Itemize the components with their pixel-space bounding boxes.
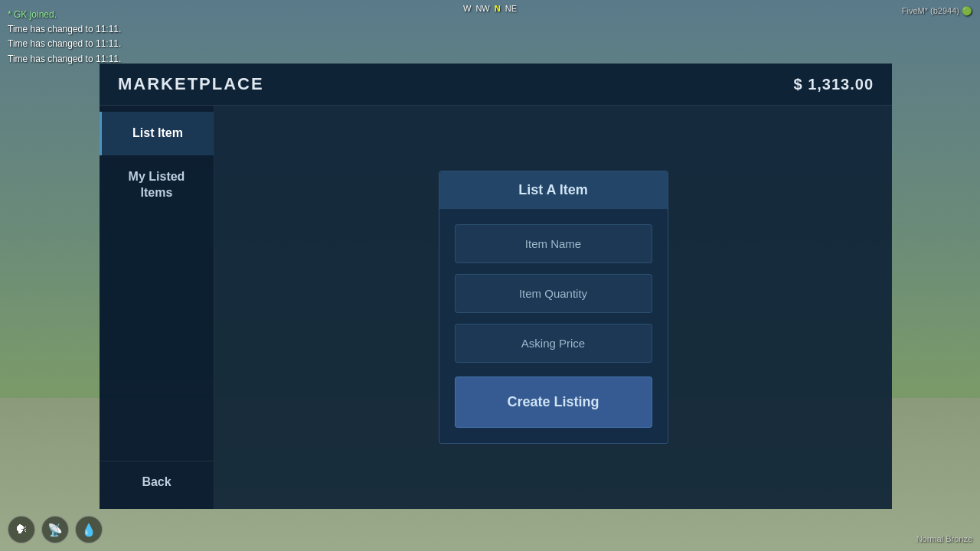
main-content-area: List A Item Create Listing (214, 106, 892, 509)
marketplace-header: MARKETPLACE $ 1,313.00 (100, 64, 892, 106)
list-item-form-title: List A Item (439, 171, 668, 209)
item-name-input[interactable] (455, 224, 652, 263)
create-listing-button[interactable]: Create Listing (455, 377, 652, 428)
list-item-form-body: Create Listing (439, 217, 668, 443)
list-item-panel: List A Item Create Listing (439, 171, 668, 444)
sidebar-item-list-item[interactable]: List Item (100, 112, 214, 155)
marketplace-balance: $ 1,313.00 (793, 76, 874, 93)
asking-price-input[interactable] (455, 324, 652, 363)
marketplace-content: List Item My Listed Items Back List A It… (100, 106, 892, 509)
sidebar-back-button[interactable]: Back (100, 461, 214, 503)
marketplace-panel: MARKETPLACE $ 1,313.00 List Item My List… (100, 64, 892, 509)
sidebar-item-my-listed-items[interactable]: My Listed Items (100, 155, 214, 215)
sidebar: List Item My Listed Items Back (100, 106, 214, 509)
marketplace-title: MARKETPLACE (118, 74, 264, 94)
sidebar-spacer (100, 214, 214, 461)
item-quantity-input[interactable] (455, 274, 652, 313)
